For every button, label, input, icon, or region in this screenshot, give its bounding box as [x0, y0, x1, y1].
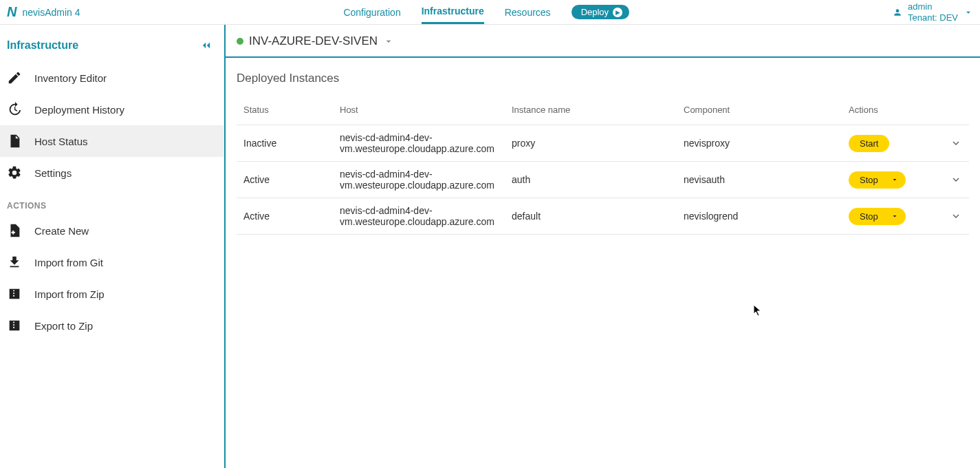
chevron-down-icon[interactable]: [950, 210, 962, 222]
table-row: Active nevis-cd-admin4-dev-vm.westeurope…: [237, 162, 969, 198]
caret-down-icon: [891, 212, 899, 220]
cell-actions: Stop: [842, 198, 969, 235]
cell-host: nevis-cd-admin4-dev-vm.westeurope.clouda…: [333, 198, 505, 235]
action-label: Stop: [860, 175, 878, 185]
caret-down-icon: [891, 176, 899, 184]
collapse-sidebar-icon[interactable]: [199, 39, 213, 52]
sidebar: Infrastructure Inventory Editor Deployme…: [0, 25, 226, 468]
table-row: Inactive nevis-cd-admin4-dev-vm.westeuro…: [237, 125, 969, 162]
cell-instance: default: [505, 198, 677, 235]
cell-component: nevisauth: [677, 162, 842, 198]
caret-down-icon: [383, 36, 394, 47]
inventory-name: INV-AZURE-DEV-SIVEN: [249, 34, 378, 48]
action-label: Start: [860, 138, 878, 149]
action-label: Stop: [860, 211, 878, 222]
main: INV-AZURE-DEV-SIVEN Deployed Instances S…: [226, 25, 980, 468]
zip-out-icon: [7, 318, 22, 333]
user-name: admin: [908, 1, 932, 12]
tenant-label: Tenant: DEV: [908, 12, 958, 23]
deploy-button[interactable]: Deploy ▶: [571, 5, 629, 19]
gear-icon: [7, 165, 22, 180]
sidebar-item-settings[interactable]: Settings: [0, 157, 224, 189]
logo-icon: N: [7, 4, 17, 20]
sidebar-item-label: Deployment History: [34, 104, 124, 116]
sidebar-item-deployment-history[interactable]: Deployment History: [0, 94, 224, 125]
action-stop-button[interactable]: Stop: [849, 171, 906, 189]
col-component: Component: [677, 95, 842, 125]
caret-down-icon: [963, 8, 973, 17]
cell-actions: Stop: [842, 162, 969, 198]
inventory-selector[interactable]: INV-AZURE-DEV-SIVEN: [226, 25, 980, 58]
cell-status: Active: [237, 198, 333, 235]
cell-component: nevislogrend: [677, 198, 842, 235]
status-dot-icon: [237, 38, 243, 45]
sidebar-item-label: Settings: [34, 167, 72, 179]
action-label: Import from Zip: [34, 288, 105, 300]
header-left: N nevisAdmin 4: [7, 4, 80, 20]
col-host: Host: [333, 95, 505, 125]
action-create-new[interactable]: Create New: [0, 215, 224, 246]
history-icon: [7, 102, 22, 117]
nav-resources[interactable]: Resources: [505, 1, 551, 23]
action-label: Export to Zip: [34, 320, 93, 332]
cell-actions: Start: [842, 125, 969, 162]
cell-host: nevis-cd-admin4-dev-vm.westeurope.clouda…: [333, 162, 505, 198]
deploy-label: Deploy: [581, 7, 609, 17]
sidebar-item-host-status[interactable]: Host Status: [0, 125, 224, 157]
chevron-down-icon[interactable]: [950, 173, 962, 186]
action-import-zip[interactable]: Import from Zip: [0, 278, 224, 310]
action-label: Import from Git: [34, 257, 103, 268]
action-export-zip[interactable]: Export to Zip: [0, 310, 224, 341]
sidebar-header: Infrastructure: [0, 34, 224, 62]
sidebar-item-inventory-editor[interactable]: Inventory Editor: [0, 62, 224, 94]
action-import-git[interactable]: Import from Git: [0, 246, 224, 278]
nav-configuration[interactable]: Configuration: [343, 1, 400, 23]
action-start-button[interactable]: Start: [849, 135, 889, 152]
pencil-icon: [7, 70, 22, 85]
sidebar-item-label: Host Status: [34, 136, 88, 147]
table-row: Active nevis-cd-admin4-dev-vm.westeurope…: [237, 198, 969, 235]
zip-in-icon: [7, 286, 22, 301]
col-instance: Instance name: [505, 95, 677, 125]
user-icon: [893, 8, 902, 17]
user-menu[interactable]: admin Tenant: DEV: [893, 1, 973, 23]
cell-status: Inactive: [237, 125, 333, 162]
play-icon: ▶: [613, 8, 622, 17]
col-actions: Actions: [842, 95, 969, 125]
actions-section-label: ACTIONS: [0, 189, 224, 215]
user-info: admin Tenant: DEV: [908, 1, 958, 23]
download-icon: [7, 255, 22, 270]
section-title: Deployed Instances: [226, 58, 980, 95]
file-plus-icon: [7, 223, 22, 238]
col-status: Status: [237, 95, 333, 125]
cell-host: nevis-cd-admin4-dev-vm.westeurope.clouda…: [333, 125, 505, 162]
cell-instance: proxy: [505, 125, 677, 162]
chevron-down-icon[interactable]: [950, 137, 962, 149]
nav: Configuration Infrastructure Resources D…: [343, 0, 629, 24]
app-name: nevisAdmin 4: [22, 7, 80, 18]
instances-table: Status Host Instance name Component Acti…: [237, 95, 969, 235]
action-stop-button[interactable]: Stop: [849, 208, 906, 225]
cell-instance: auth: [505, 162, 677, 198]
cell-status: Active: [237, 162, 333, 198]
file-icon: [7, 134, 22, 149]
sidebar-title: Infrastructure: [7, 39, 78, 52]
cell-component: nevisproxy: [677, 125, 842, 162]
top-header: N nevisAdmin 4 Configuration Infrastruct…: [0, 0, 980, 25]
action-label: Create New: [34, 225, 89, 237]
nav-infrastructure[interactable]: Infrastructure: [422, 0, 484, 24]
sidebar-item-label: Inventory Editor: [34, 72, 107, 84]
